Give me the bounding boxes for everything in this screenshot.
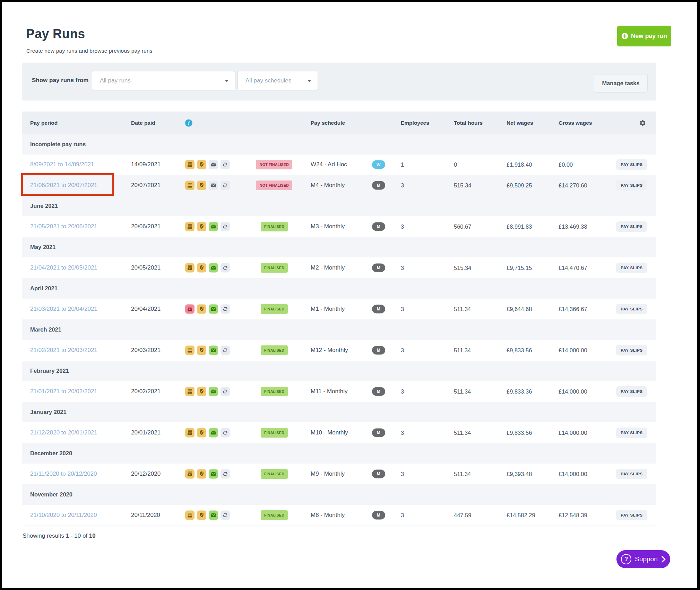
date-paid-value: 20/11/2020 — [131, 512, 160, 519]
net-wages-value: £9,393.48 — [507, 470, 532, 477]
pay-period-link[interactable]: 21/12/2020 to 20/01/2021 — [30, 429, 97, 436]
pay-period-link[interactable]: 21/11/2020 to 20/12/2020 — [30, 470, 97, 477]
status-icons — [185, 222, 230, 231]
amber-shield-icon — [197, 180, 206, 190]
pay-slips-button[interactable]: PAY SLIPS — [616, 263, 647, 273]
pay-run-row: 21/04/2021 to 20/05/202120/05/2021FINALI… — [22, 257, 656, 278]
schedule-type-badge: M — [372, 469, 385, 478]
green-envelope-icon — [209, 263, 218, 272]
employees-value: 3 — [401, 470, 404, 477]
status-badge: FINALISED — [261, 510, 288, 520]
section-header-row: February 2021 — [22, 361, 656, 381]
pay-schedules-filter-dropdown[interactable]: All pay schedules — [237, 71, 318, 90]
red-archive-icon — [185, 304, 195, 314]
gray-refresh-icon — [221, 263, 230, 272]
amber-archive-icon — [185, 387, 195, 396]
amber-shield-icon — [197, 387, 206, 396]
date-paid-value: 20/12/2020 — [131, 470, 161, 477]
pay-period-link[interactable]: 21/03/2021 to 20/04/2021 — [30, 306, 97, 312]
pay-period-link[interactable]: 21/10/2020 to 20/11/2020 — [30, 512, 97, 519]
date-paid-value: 20/02/2021 — [131, 388, 161, 395]
amber-shield-icon — [197, 469, 206, 478]
status-icons — [185, 510, 230, 520]
schedule-type-badge: M — [372, 222, 385, 231]
status-badge: FINALISED — [261, 304, 288, 314]
amber-archive-icon — [185, 428, 195, 437]
section-label: June 2021 — [30, 203, 58, 209]
employees-value: 3 — [401, 264, 404, 271]
pay-slips-button[interactable]: PAY SLIPS — [616, 428, 647, 438]
green-envelope-icon — [209, 510, 218, 520]
pay-slips-button[interactable]: PAY SLIPS — [616, 159, 647, 170]
total-hours-value: 515.34 — [454, 182, 471, 188]
date-paid-value: 14/09/2021 — [131, 161, 161, 168]
status-badge: FINALISED — [261, 263, 288, 273]
column-header-gross-wages: Gross wages — [559, 120, 592, 126]
employees-value: 3 — [401, 429, 404, 436]
section-header-row: January 2021 — [22, 402, 656, 423]
manage-tasks-button[interactable]: Manage tasks — [594, 74, 648, 93]
employees-value: 3 — [401, 223, 404, 230]
pay-run-row: 21/11/2020 to 20/12/202020/12/2020FINALI… — [22, 464, 656, 484]
section-header-row: April 2021 — [22, 278, 656, 299]
gear-icon[interactable] — [639, 119, 646, 126]
pay-slips-button[interactable]: PAY SLIPS — [616, 469, 647, 479]
pay-run-row: 21/10/2020 to 20/11/202020/11/2020FINALI… — [22, 505, 656, 526]
amber-archive-icon — [185, 222, 195, 231]
pay-period-link[interactable]: 21/06/2021 to 20/07/2021 — [30, 182, 97, 189]
pay-runs-filter-value: All pay runs — [100, 77, 131, 84]
pay-slips-button[interactable]: PAY SLIPS — [616, 510, 647, 520]
pay-runs-filter-dropdown[interactable]: All pay runs — [92, 71, 235, 90]
net-wages-value: £9,644.68 — [507, 306, 532, 312]
gross-wages-value: £14,470.67 — [559, 264, 587, 271]
pay-slips-button[interactable]: PAY SLIPS — [616, 304, 647, 314]
pay-run-row: 21/03/2021 to 20/04/202120/04/2021FINALI… — [22, 299, 656, 319]
column-header-total-hours: Total hours — [454, 120, 483, 126]
info-icon[interactable]: i — [185, 119, 192, 126]
net-wages-value: £8,991.83 — [507, 223, 532, 230]
green-envelope-icon — [209, 345, 218, 355]
date-paid-value: 20/04/2021 — [131, 306, 161, 312]
status-icons — [185, 304, 230, 314]
gray-envelope-icon — [209, 180, 218, 190]
net-wages-value: £1,918.40 — [507, 161, 532, 168]
status-icons — [185, 469, 230, 478]
pay-slips-button[interactable]: PAY SLIPS — [616, 386, 647, 397]
employees-value: 3 — [401, 388, 404, 395]
question-circle-icon: ? — [621, 554, 631, 564]
status-badge: FINALISED — [261, 469, 288, 479]
total-hours-value: 511.34 — [454, 306, 471, 312]
pay-slips-button[interactable]: PAY SLIPS — [616, 221, 647, 232]
new-pay-run-button[interactable]: New pay run — [617, 26, 671, 46]
pay-period-link[interactable]: 21/04/2021 to 20/05/2021 — [30, 264, 97, 271]
gross-wages-value: £14,000.00 — [559, 429, 587, 436]
gray-refresh-icon — [221, 510, 230, 520]
pay-period-link[interactable]: 21/01/2021 to 20/02/2021 — [30, 388, 97, 395]
total-hours-value: 511.34 — [454, 347, 471, 353]
pay-schedule-value: M3 - Monthly — [311, 223, 345, 230]
section-label: February 2021 — [30, 368, 69, 374]
table-body: Incomplete pay runs8/09/2021 to 14/09/20… — [22, 134, 656, 526]
pay-period-link[interactable]: 21/05/2021 to 20/06/2021 — [30, 223, 97, 230]
amber-shield-icon — [197, 510, 206, 520]
pay-schedule-value: W24 - Ad Hoc — [311, 161, 347, 168]
pay-slips-button[interactable]: PAY SLIPS — [616, 180, 647, 191]
new-pay-run-label: New pay run — [631, 33, 667, 40]
gray-refresh-icon — [221, 345, 230, 355]
schedule-type-badge: M — [372, 181, 385, 190]
pay-period-link[interactable]: 8/09/2021 to 14/09/2021 — [30, 161, 94, 168]
pay-period-link[interactable]: 21/02/2021 to 20/03/2021 — [30, 347, 97, 354]
gray-refresh-icon — [221, 387, 230, 396]
pay-schedule-value: M11 - Monthly — [311, 388, 347, 395]
support-button[interactable]: ? Support — [616, 550, 670, 568]
gray-refresh-icon — [221, 160, 230, 169]
caret-down-icon — [307, 80, 311, 82]
section-label: December 2020 — [30, 450, 72, 457]
employees-value: 3 — [401, 306, 404, 312]
total-hours-value: 511.34 — [454, 429, 471, 436]
total-hours-value: 511.34 — [454, 388, 471, 395]
gross-wages-value: £0.00 — [559, 161, 573, 168]
section-label: May 2021 — [30, 244, 55, 250]
pay-slips-button[interactable]: PAY SLIPS — [616, 345, 647, 355]
total-hours-value: 511.34 — [454, 470, 471, 477]
